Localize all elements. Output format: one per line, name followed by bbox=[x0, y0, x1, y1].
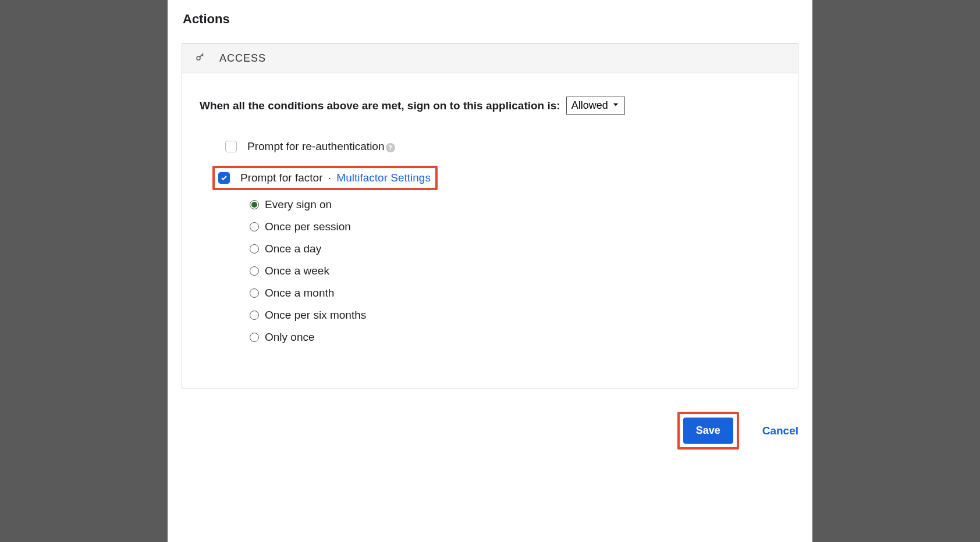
actions-heading: Actions bbox=[182, 12, 798, 27]
radio-once-per-six-months[interactable] bbox=[250, 311, 259, 320]
save-highlight: Save bbox=[677, 412, 739, 450]
radio-row: Once a month bbox=[250, 287, 780, 299]
footer: Save Cancel bbox=[168, 388, 812, 450]
condition-row: When all the conditions above are met, s… bbox=[200, 97, 780, 115]
panel-body: When all the conditions above are met, s… bbox=[182, 73, 798, 388]
factor-highlight: Prompt for factor · Multifactor Settings bbox=[212, 166, 438, 190]
radio-label: Once per six months bbox=[265, 309, 366, 322]
key-icon bbox=[195, 52, 205, 65]
frequency-radio-group: Every sign on Once per session Once a da… bbox=[250, 198, 780, 344]
access-panel: ACCESS When all the conditions above are… bbox=[182, 43, 798, 388]
multifactor-link[interactable]: Multifactor Settings bbox=[336, 172, 431, 184]
radio-label: Every sign on bbox=[265, 198, 332, 211]
modal-container: Actions ACCESS When all the conditions a… bbox=[168, 0, 812, 542]
radio-row: Once per session bbox=[250, 220, 780, 233]
radio-every-sign-on[interactable] bbox=[250, 200, 259, 209]
radio-only-once[interactable] bbox=[250, 333, 259, 342]
panel-header: ACCESS bbox=[182, 44, 798, 73]
radio-once-per-session[interactable] bbox=[250, 222, 259, 231]
radio-row: Once a day bbox=[250, 243, 780, 255]
cancel-button[interactable]: Cancel bbox=[762, 425, 798, 437]
chevron-down-icon bbox=[612, 99, 620, 112]
radio-row: Every sign on bbox=[250, 198, 780, 211]
condition-label: When all the conditions above are met, s… bbox=[200, 99, 560, 112]
panel-title: ACCESS bbox=[219, 52, 266, 65]
save-button[interactable]: Save bbox=[683, 418, 733, 444]
radio-label: Once a week bbox=[265, 265, 329, 277]
reauth-label: Prompt for re-authentication? bbox=[247, 140, 395, 153]
radio-row: Once per six months bbox=[250, 309, 780, 322]
factor-label: Prompt for factor · Multifactor Settings bbox=[240, 172, 431, 184]
access-select[interactable]: Allowed bbox=[566, 97, 625, 115]
radio-once-a-month[interactable] bbox=[250, 288, 259, 298]
radio-once-a-week[interactable] bbox=[250, 266, 259, 276]
radio-row: Only once bbox=[250, 331, 780, 344]
access-select-value: Allowed bbox=[571, 99, 608, 112]
radio-label: Once a month bbox=[265, 287, 334, 299]
reauth-checkbox[interactable] bbox=[225, 141, 237, 152]
radio-row: Once a week bbox=[250, 265, 780, 277]
factor-checkbox[interactable] bbox=[218, 172, 230, 184]
reauth-option: Prompt for re-authentication? bbox=[225, 140, 780, 153]
radio-label: Only once bbox=[265, 331, 315, 344]
radio-once-a-day[interactable] bbox=[250, 244, 259, 254]
help-icon[interactable]: ? bbox=[386, 143, 395, 152]
radio-label: Once a day bbox=[265, 243, 321, 255]
radio-label: Once per session bbox=[265, 220, 351, 233]
